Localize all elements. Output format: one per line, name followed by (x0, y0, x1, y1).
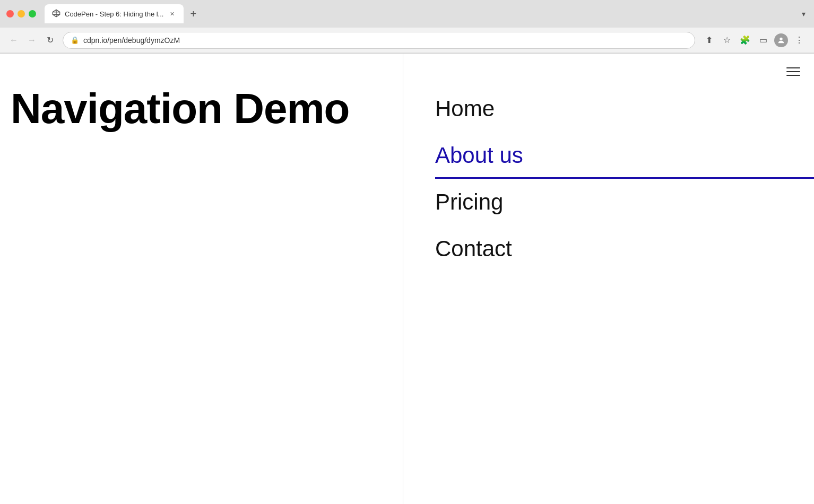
tab-title: CodePen - Step 6: Hiding the l... (65, 10, 163, 18)
codepen-icon (52, 9, 60, 19)
nav-right-icons: ⬆ ☆ 🧩 ▭ ⋮ (700, 32, 808, 49)
share-button[interactable]: ⬆ (700, 32, 717, 49)
maximize-window-button[interactable] (29, 10, 36, 18)
address-bar[interactable]: 🔒 cdpn.io/pen/debug/dymzOzM (63, 32, 695, 49)
hamburger-menu-button[interactable] (783, 64, 803, 79)
hamburger-line-1 (786, 67, 800, 68)
webpage-content: Navigation Demo HomeAbout usPricingConta… (0, 54, 814, 504)
title-bar: CodePen - Step 6: Hiding the l... ✕ + ▾ (0, 0, 814, 28)
hamburger-line-3 (786, 75, 800, 76)
new-tab-button[interactable]: + (186, 6, 201, 21)
back-button[interactable]: ← (6, 33, 21, 48)
nav-item-contact[interactable]: Contact (435, 225, 814, 272)
url-text: cdpn.io/pen/debug/dymzOzM (83, 36, 687, 45)
active-tab[interactable]: CodePen - Step 6: Hiding the l... ✕ (45, 4, 184, 23)
nav-item-pricing[interactable]: Pricing (435, 179, 814, 225)
right-panel: HomeAbout usPricingContact (403, 54, 814, 504)
tab-right-controls: ▾ (800, 7, 808, 20)
tab-bar: CodePen - Step 6: Hiding the l... ✕ + ▾ (45, 4, 808, 23)
browser-chrome: CodePen - Step 6: Hiding the l... ✕ + ▾ … (0, 0, 814, 54)
extensions-button[interactable]: 🧩 (737, 32, 754, 49)
close-window-button[interactable] (6, 10, 14, 18)
browser-menu-button[interactable]: ⋮ (791, 32, 808, 49)
avatar (774, 33, 788, 47)
nav-bar: ← → ↻ 🔒 cdpn.io/pen/debug/dymzOzM ⬆ ☆ 🧩 … (0, 28, 814, 53)
lock-icon: 🔒 (71, 36, 79, 44)
nav-menu: HomeAbout usPricingContact (435, 85, 814, 272)
forward-button[interactable]: → (24, 33, 39, 48)
tab-list-chevron-icon[interactable]: ▾ (800, 7, 808, 20)
svg-point-4 (780, 37, 782, 40)
sidebar-button[interactable]: ▭ (755, 32, 772, 49)
page-heading: Navigation Demo (11, 85, 349, 132)
hamburger-line-2 (786, 71, 800, 72)
bookmark-button[interactable]: ☆ (718, 32, 735, 49)
close-tab-button[interactable]: ✕ (168, 10, 176, 18)
reload-button[interactable]: ↻ (42, 33, 57, 48)
left-panel: Navigation Demo (0, 54, 403, 504)
minimize-window-button[interactable] (18, 10, 25, 18)
nav-item-about-us[interactable]: About us (435, 132, 814, 179)
nav-item-home[interactable]: Home (435, 85, 814, 132)
window-controls (6, 10, 36, 18)
profile-button[interactable] (773, 32, 790, 49)
